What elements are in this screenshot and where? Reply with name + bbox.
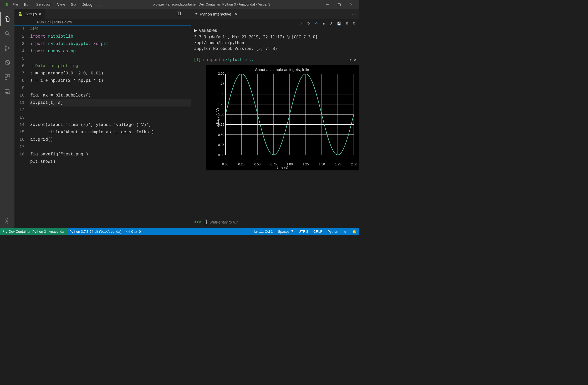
window-title: plots.py - anacondacontainer [Dev Contai… [105,2,321,6]
svg-rect-5 [5,75,7,77]
warning-count: 0 [139,230,141,234]
svg-point-2 [5,49,6,50]
cell-execution-count: [1] [194,57,201,62]
search-icon[interactable] [0,26,14,41]
python-file-icon: 🐍 [18,12,23,16]
svg-point-10 [7,220,8,222]
list-icon: ≡ [195,12,198,16]
cancel-icon[interactable]: ✕ [300,22,303,26]
svg-rect-6 [8,75,10,77]
save-icon[interactable]: 💾 [337,22,341,26]
more-actions-icon[interactable]: ··· [185,12,188,16]
explorer-icon[interactable] [0,12,14,26]
output-cell: [1] ▸ import matplotlib... ⇥ ✕ About as … [191,54,359,171]
extensions-icon[interactable] [0,70,14,84]
menu-go[interactable]: Go [68,1,79,8]
main-area: 🐍 plots.py × ··· Run Cell | Run Below 12… [0,9,359,228]
close-button[interactable]: ✕ [345,2,357,7]
encoding[interactable]: UTF-8 [296,228,311,235]
codelens-bar: Run Cell | Run Below [14,19,191,26]
code-body[interactable]: #%% import matplotlib import matplotlib.… [30,26,191,165]
eol[interactable]: CRLF [311,228,325,235]
interactive-toolbar: ✕ ↻ ↶ ■ ↺ 💾 ⧉ ⧉ [191,19,359,27]
cell-code-preview: import matplotlib... [206,57,254,62]
maximize-button[interactable]: ▢ [333,2,345,7]
restart-icon[interactable]: ↺ [329,22,332,26]
debug-icon[interactable] [0,55,14,70]
expand-icon[interactable]: ⧉ [346,21,348,26]
window-controls: ─ ▢ ✕ [321,2,357,7]
repl-prompt: >>> [194,220,201,224]
codelens-run-below[interactable]: Run Below [54,20,72,24]
close-cell-icon[interactable]: ✕ [354,57,356,62]
menu-view[interactable]: View [54,1,68,8]
collapse-icon[interactable]: ⇥ [349,57,351,62]
editor-pane: 🐍 plots.py × ··· Run Cell | Run Below 12… [14,9,191,228]
vscode-logo [2,2,9,7]
minimize-button[interactable]: ─ [321,2,333,7]
remote-explorer-icon[interactable] [0,84,14,99]
menu-more[interactable]: … [95,1,105,8]
svg-rect-7 [5,77,7,79]
repl-input[interactable] [209,220,356,224]
svg-point-3 [8,47,9,48]
cursor-position[interactable]: Ln 11, Col 1 [252,228,275,235]
feedback-icon[interactable]: ☺ [341,228,350,235]
plot-output: About as simple as it gets, folks voltag… [206,65,359,170]
plot-area [225,74,354,155]
error-icon: ⓧ [126,229,130,234]
tab-close-icon[interactable]: × [235,12,237,16]
warning-icon: ⚠ [134,230,137,234]
menu-file[interactable]: File [9,1,21,8]
repl-cursor [204,220,207,224]
cell-header[interactable]: [1] ▸ import matplotlib... ⇥ ✕ [194,57,356,62]
chevron-right-icon: ▸ [202,57,205,62]
tab-label: plots.py [24,12,37,16]
repl-input-row: >>> [191,216,359,228]
svg-point-0 [5,32,8,35]
status-bar: Dev Container: Python 3 - Anaconda Pytho… [0,228,359,235]
line-gutter: 123456789101112131415161718 [14,26,30,165]
split-editor-icon[interactable] [176,11,181,17]
remote-label: Dev Container: Python 3 - Anaconda [9,230,64,234]
settings-gear-icon[interactable] [0,214,14,228]
interactive-tabs: ≡ Python Interactive × ··· [191,9,359,19]
python-interactive-pane: ≡ Python Interactive × ··· ✕ ↻ ↶ ■ ↺ 💾 ⧉… [191,9,359,228]
remote-indicator[interactable]: Dev Container: Python 3 - Anaconda [0,228,67,235]
tab-python-interactive[interactable]: ≡ Python Interactive × [191,9,242,19]
export-icon[interactable]: ⧉ [353,21,355,26]
codelens-run-cell[interactable]: Run Cell [37,20,51,24]
source-control-icon[interactable] [0,41,14,55]
menu-edit[interactable]: Edit [21,1,33,8]
more-actions-icon[interactable]: ··· [352,11,356,17]
indentation[interactable]: Spaces: 7 [275,228,296,235]
plot-title: About as simple as it gets, folks [206,67,359,72]
variables-section[interactable]: ▶ Variables [191,27,359,34]
undo-icon[interactable]: ↶ [315,22,318,26]
python-interpreter[interactable]: Python 3.7.3 64-bit ('base': conda) [67,228,124,235]
kernel-info: 3.7.3 (default, Mar 27 2019, 22:11:17) \… [191,34,359,54]
chevron-right-icon: ▶ [194,28,197,33]
notifications-icon[interactable]: 🔔 [350,228,359,235]
variables-label: Variables [199,28,217,33]
editor-tabs: 🐍 plots.py × ··· [14,9,191,19]
plot-yticks: 0.000.250.500.751.001.251.501.752.00 [215,74,224,155]
redo-icon[interactable]: ↻ [307,22,310,26]
stop-icon[interactable]: ■ [323,22,325,26]
tab-plots-py[interactable]: 🐍 plots.py × [14,9,45,19]
code-editor[interactable]: 123456789101112131415161718 #%% import m… [14,26,191,165]
activity-bar [0,9,14,228]
menu-bar: File Edit Selection View Go Debug … [9,1,105,8]
error-count: 0 [131,230,133,234]
language-mode[interactable]: Python [325,228,341,235]
svg-point-1 [5,45,6,47]
menu-debug[interactable]: Debug [79,1,95,8]
tab-close-icon[interactable]: × [39,12,41,16]
menu-selection[interactable]: Selection [33,1,54,8]
interactive-tab-label: Python Interactive [200,12,231,16]
title-bar: File Edit Selection View Go Debug … plot… [0,0,359,9]
problems-indicator[interactable]: ⓧ0 ⚠0 [124,228,143,235]
